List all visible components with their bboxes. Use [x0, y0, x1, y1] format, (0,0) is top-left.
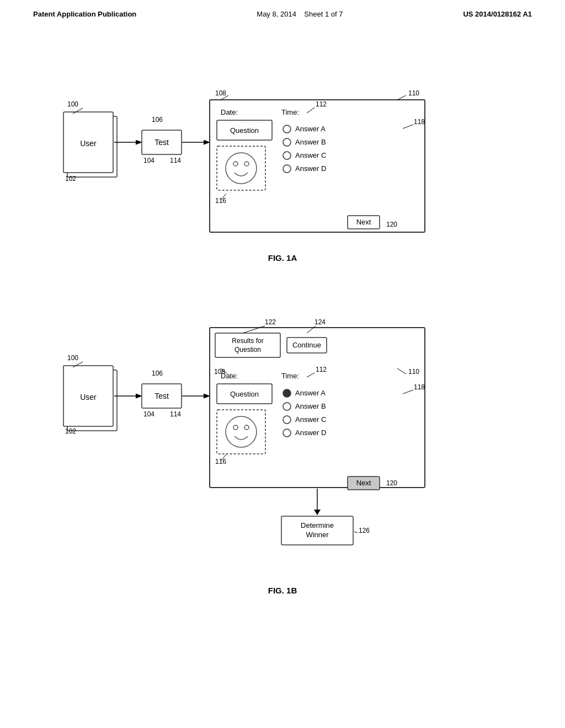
svg-text:Continue: Continue: [292, 341, 321, 349]
fig1a-label: FIG. 1A: [33, 253, 532, 263]
svg-text:120: 120: [386, 479, 397, 487]
svg-text:Answer D: Answer D: [295, 164, 326, 173]
svg-text:102: 102: [65, 427, 76, 435]
svg-point-37: [244, 162, 249, 166]
svg-point-89: [244, 425, 249, 430]
fig1a-diagram: User 102 100 Test 106 104 114: [33, 40, 532, 247]
svg-text:126: 126: [359, 527, 370, 534]
svg-text:Test: Test: [154, 138, 169, 147]
svg-point-88: [233, 425, 238, 430]
svg-text:Next: Next: [356, 218, 371, 226]
svg-text:User: User: [80, 393, 97, 402]
svg-line-101: [354, 532, 358, 533]
figure-1a-section: User 102 100 Test 106 104 114: [33, 40, 532, 263]
svg-text:Time:: Time:: [281, 108, 299, 116]
header-sheet: Sheet 1 of 7: [304, 10, 343, 18]
svg-text:Date:: Date:: [221, 372, 238, 380]
svg-text:Test: Test: [154, 392, 169, 400]
svg-text:118: 118: [414, 118, 425, 126]
svg-text:Answer A: Answer A: [295, 125, 326, 133]
header-date: May 8, 2014: [257, 10, 296, 18]
fig1b-svg: User 102 100 Test 106 104 114: [33, 285, 530, 577]
svg-text:114: 114: [170, 157, 181, 164]
svg-point-26: [283, 125, 291, 133]
svg-text:112: 112: [316, 100, 327, 108]
header-center: May 8, 2014 Sheet 1 of 7: [257, 10, 343, 18]
svg-text:Answer B: Answer B: [295, 138, 326, 146]
fig1b-label: FIG. 1B: [33, 586, 532, 595]
svg-text:114: 114: [170, 410, 181, 418]
svg-text:118: 118: [414, 383, 425, 391]
svg-text:120: 120: [386, 221, 397, 228]
figure-1b-section: User 102 100 Test 106 104 114: [33, 285, 532, 595]
svg-text:116: 116: [215, 458, 226, 465]
svg-point-78: [283, 389, 291, 397]
page-content: User 102 100 Test 106 104 114: [0, 24, 565, 634]
svg-text:104: 104: [143, 410, 154, 418]
svg-text:116: 116: [215, 197, 226, 205]
svg-text:Time:: Time:: [281, 372, 299, 380]
svg-point-28: [283, 138, 291, 146]
svg-text:Answer B: Answer B: [295, 402, 326, 410]
svg-text:Next: Next: [356, 479, 371, 487]
svg-text:124: 124: [315, 318, 326, 326]
svg-text:102: 102: [65, 175, 76, 183]
svg-text:Determine: Determine: [301, 521, 334, 529]
svg-point-32: [283, 165, 291, 173]
svg-text:Answer C: Answer C: [295, 151, 326, 159]
svg-point-80: [283, 403, 291, 410]
svg-text:106: 106: [152, 116, 163, 124]
svg-point-30: [283, 152, 291, 159]
svg-text:110: 110: [408, 368, 419, 376]
svg-text:Question: Question: [230, 390, 259, 398]
svg-text:Results for: Results for: [232, 337, 263, 345]
svg-text:112: 112: [316, 366, 327, 373]
fig1a-svg: User 102 100 Test 106 104 114: [33, 40, 530, 244]
svg-text:108: 108: [215, 89, 226, 97]
svg-text:100: 100: [67, 354, 78, 362]
svg-text:User: User: [80, 139, 97, 148]
svg-text:Question: Question: [234, 346, 261, 354]
svg-text:Winner: Winner: [306, 531, 329, 539]
svg-point-36: [233, 162, 238, 166]
fig1b-diagram: User 102 100 Test 106 104 114: [33, 285, 532, 579]
svg-point-35: [226, 153, 257, 184]
header-right: US 2014/0128162 A1: [463, 10, 532, 18]
svg-text:Answer D: Answer D: [295, 429, 326, 437]
svg-text:100: 100: [67, 100, 78, 108]
svg-text:106: 106: [152, 370, 163, 377]
svg-text:Answer C: Answer C: [295, 415, 326, 424]
header-left: Patent Application Publication: [33, 10, 136, 18]
svg-text:Answer A: Answer A: [295, 389, 326, 397]
page-header: Patent Application Publication May 8, 20…: [0, 0, 565, 24]
svg-point-87: [226, 416, 257, 447]
svg-point-84: [283, 429, 291, 437]
svg-text:Date:: Date:: [221, 108, 238, 116]
svg-text:110: 110: [408, 89, 419, 97]
svg-marker-96: [314, 510, 321, 515]
svg-text:104: 104: [143, 157, 154, 164]
svg-line-17: [397, 95, 406, 100]
svg-text:Question: Question: [230, 126, 259, 135]
svg-text:122: 122: [265, 318, 276, 326]
svg-point-82: [283, 416, 291, 424]
